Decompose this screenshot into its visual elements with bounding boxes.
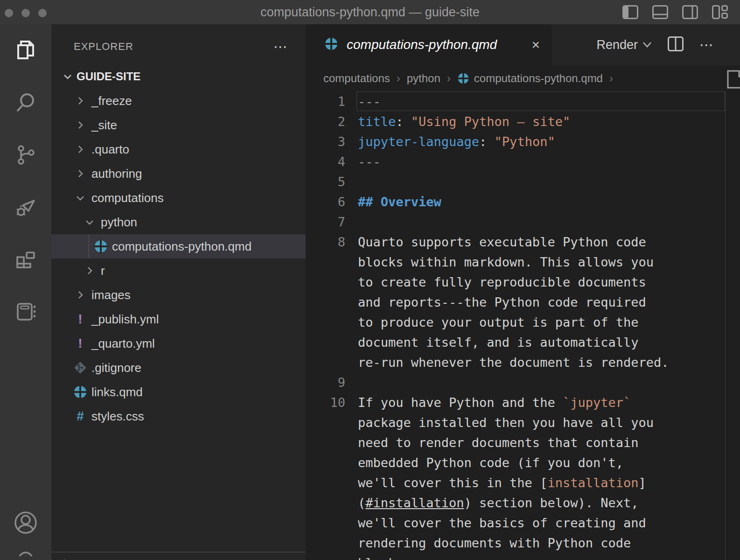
- line-number: [306, 513, 345, 533]
- tree-item-computations-python-qmd[interactable]: computations-python.qmd: [51, 234, 306, 259]
- split-editor-icon[interactable]: [668, 36, 684, 53]
- quarto-file-icon: [457, 72, 469, 84]
- quarto-file-icon: [91, 239, 111, 253]
- breadcrumb-separator-icon: ›: [609, 72, 613, 85]
- code-line-9: 9: [306, 372, 740, 392]
- settings-gear-icon[interactable]: [15, 549, 36, 556]
- editor-more-actions-icon[interactable]: ⋯: [699, 42, 715, 47]
- code-line-5: 5: [306, 172, 740, 192]
- titlebar: computations-python.qmd — guide-site: [0, 0, 740, 24]
- line-number: [306, 272, 345, 292]
- tree-item-label: .quarto: [91, 142, 129, 157]
- current-line-highlight: [356, 91, 725, 111]
- tree-item--quarto[interactable]: .quarto: [51, 137, 306, 161]
- line-number: 5: [306, 172, 345, 192]
- render-button[interactable]: Render: [596, 38, 652, 52]
- tree-item-label: r: [101, 264, 105, 278]
- close-window-icon[interactable]: [5, 9, 13, 17]
- code-line-wrap: package installed then you have all you: [306, 413, 740, 433]
- tree-item-label: authoring: [91, 167, 142, 181]
- chevron-right-icon: [70, 168, 91, 179]
- tree-item-label: .gitignore: [91, 361, 141, 375]
- tree-item--quarto-yml[interactable]: !_quarto.yml: [51, 331, 306, 356]
- zoom-window-icon[interactable]: [38, 9, 47, 17]
- customize-layout-icon[interactable]: [712, 5, 728, 19]
- account-icon[interactable]: [0, 497, 51, 549]
- line-number: [306, 453, 345, 473]
- tree-item-authoring[interactable]: authoring: [51, 161, 306, 186]
- code-line-6: 6## Overview: [306, 192, 740, 212]
- tab-label: computations-python.qmd: [347, 37, 525, 52]
- toggle-primary-sidebar-icon[interactable]: [622, 5, 638, 19]
- minimize-window-icon[interactable]: [21, 9, 30, 17]
- run-and-debug-icon[interactable]: [0, 181, 51, 233]
- line-number: 3: [306, 132, 345, 152]
- line-number: 1: [306, 91, 345, 112]
- code-line-wrap: to create fully reproducible documents: [306, 272, 740, 292]
- tab-bar: computations-python.qmd × Render ⋯: [306, 24, 740, 65]
- code-line-wrap: embedded Python code (if you don't,: [306, 453, 740, 473]
- line-number: [306, 252, 345, 272]
- activity-bar: [0, 24, 51, 560]
- line-number: 6: [306, 192, 345, 212]
- git-file-icon: [70, 361, 91, 375]
- tree-item-links-qmd[interactable]: links.qmd: [51, 380, 306, 404]
- file-tree: _freeze_site.quartoauthoringcomputations…: [51, 89, 306, 428]
- code-line-wrap: re-run whenever the document is rendered…: [306, 352, 740, 372]
- close-tab-icon[interactable]: ×: [531, 37, 540, 53]
- toggle-panel-icon[interactable]: [652, 5, 668, 19]
- chevron-down-icon: [79, 217, 100, 227]
- quarto-file-icon: [70, 385, 91, 399]
- extensions-icon[interactable]: [0, 233, 51, 286]
- tree-item-label: _site: [91, 118, 117, 133]
- tree-item--publish-yml[interactable]: !_publish.yml: [51, 307, 306, 331]
- tree-item-python[interactable]: python: [51, 210, 306, 234]
- tree-item--gitignore[interactable]: .gitignore: [51, 356, 306, 380]
- yaml-file-icon: !: [70, 312, 91, 327]
- code-line-wrap: we'll cover this in the [installation]: [306, 473, 740, 493]
- code-line-2: 2title: "Using Python — site": [306, 112, 740, 132]
- explorer-sidebar: EXPLORER ⋯ GUIDE-SITE _freeze_site.quart…: [51, 24, 306, 560]
- tree-item-computations[interactable]: computations: [51, 186, 306, 210]
- tree-item-r[interactable]: r: [51, 259, 306, 283]
- line-number: [306, 352, 345, 372]
- traffic-lights[interactable]: [5, 9, 47, 17]
- outline-section-header[interactable]: OUTLINE: [51, 552, 306, 560]
- tree-item-images[interactable]: images: [51, 283, 306, 307]
- source-control-icon[interactable]: [0, 129, 51, 181]
- tree-item--freeze[interactable]: _freeze: [51, 89, 306, 113]
- tree-item-label: links.qmd: [91, 385, 143, 399]
- chevron-right-icon: [79, 266, 100, 276]
- line-number: [306, 533, 345, 553]
- breadcrumb-item[interactable]: python: [407, 72, 440, 85]
- breadcrumb-item[interactable]: computations: [323, 72, 390, 85]
- symbol-file-icon[interactable]: [726, 70, 740, 91]
- line-number: [306, 553, 345, 560]
- workspace-section-header[interactable]: GUIDE-SITE: [51, 64, 306, 89]
- workspace-name: GUIDE-SITE: [77, 70, 140, 83]
- tree-item-label: styles.css: [91, 409, 144, 424]
- tab-computations-python[interactable]: computations-python.qmd ×: [306, 24, 552, 65]
- code-line-wrap: we'll cover the basics of creating and: [306, 513, 740, 533]
- code-line-3: 3jupyter-language: "Python": [306, 132, 740, 152]
- views-more-actions-icon[interactable]: ⋯: [273, 44, 289, 49]
- line-number: [306, 433, 345, 453]
- quarto-file-icon: [324, 37, 338, 53]
- tree-item--site[interactable]: _site: [51, 113, 306, 137]
- tree-item-label: images: [91, 288, 131, 302]
- code-line-wrap: document itself, and is automatically: [306, 332, 740, 352]
- notebook-icon[interactable]: [0, 286, 51, 338]
- tree-item-label: _publish.yml: [91, 312, 159, 327]
- code-editor[interactable]: 1---2title: "Using Python — site"3jupyte…: [306, 91, 740, 560]
- line-number: [306, 493, 345, 513]
- tree-item-styles-css[interactable]: #styles.css: [51, 404, 306, 428]
- explorer-icon[interactable]: [0, 24, 51, 77]
- toggle-secondary-sidebar-icon[interactable]: [682, 5, 698, 19]
- tree-item-label: python: [101, 215, 137, 230]
- chevron-right-icon: [61, 558, 71, 560]
- search-icon[interactable]: [0, 77, 51, 129]
- line-number: 9: [306, 372, 345, 392]
- line-number: 7: [306, 212, 345, 232]
- breadcrumb-item[interactable]: computations-python.qmd: [457, 72, 603, 85]
- code-line-wrap: blocks.: [306, 553, 740, 560]
